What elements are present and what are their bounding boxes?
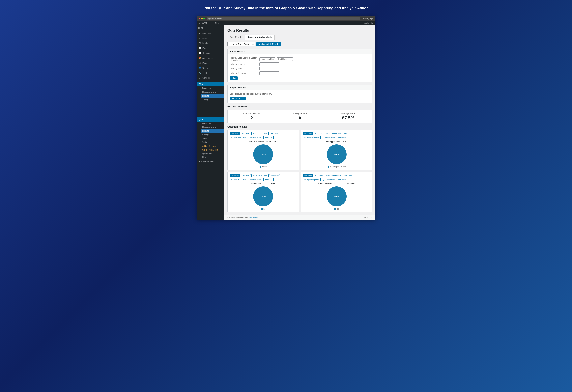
tab-quiz-results[interactable]: Quiz Results <box>227 34 245 40</box>
sidebar-item-qsm2-help[interactable]: Help <box>201 156 224 159</box>
chart-tab-pie-4[interactable]: Pie Chart <box>303 174 313 177</box>
chart-tab-box-1[interactable]: Box Chart <box>269 132 280 135</box>
chart-tab-word-1[interactable]: Word Count Chart <box>252 132 269 135</box>
chart-tab-multi-3[interactable]: Multiple Response <box>230 178 247 181</box>
sidebar-item-settings[interactable]: ⚙ Settings <box>197 76 224 80</box>
sidebar-label-settings: Settings <box>202 77 209 79</box>
quiz-selector-row: Landing Page Demo. Analysis Quiz Results <box>227 42 372 47</box>
chart-tab-score-4[interactable]: Question Score <box>321 178 336 181</box>
footer-wordpress-link[interactable]: WordPress <box>249 217 258 219</box>
chart-tab-individual-4[interactable]: Individual <box>337 178 347 181</box>
sidebar-item-qsm2-addon-settings[interactable]: Addon Settings <box>201 144 224 148</box>
qsm-quizzes-label: Quizzes/Surveys <box>202 91 217 93</box>
sidebar-item-appearance[interactable]: 🎨 Appearance <box>197 56 224 61</box>
sidebar-label-tools: Tools <box>202 72 207 74</box>
filter-date-end[interactable] <box>277 57 293 61</box>
sidebar-item-pages[interactable]: 📄 Pages <box>197 46 224 51</box>
chart-tab-box-2[interactable]: Box Chart <box>343 132 353 135</box>
sidebar-item-qsm-dashboard[interactable]: Dashboard <box>201 86 224 90</box>
browser-bar: QSM ○ 2 + New Howdy, ujjin <box>197 16 375 21</box>
question-card-3: Pie Chart Bar Chart Word Count Chart Box… <box>227 172 299 212</box>
legend-dot-4 <box>334 208 336 210</box>
sidebar-item-qsm-quizzes[interactable]: Quizzes/Surveys <box>201 90 224 94</box>
sidebar-item-qsm2-dashboard[interactable]: Dashboard <box>201 122 224 125</box>
chart-tab-pie-2[interactable]: Pie Chart <box>303 132 313 135</box>
chart-tab-word-2[interactable]: Word Count Chart <box>325 132 342 135</box>
sidebar-item-qsm2-results[interactable]: Results <box>201 129 224 133</box>
filter-date-label: Filter by Date (Leave blank for all resu… <box>230 57 258 61</box>
filter-button[interactable]: Filter <box>230 77 238 80</box>
quiz-tabs: Quiz Results Reporting And Analysis <box>227 34 372 40</box>
chart-tab-multi-1[interactable]: Multiple Response <box>230 136 247 139</box>
filter-userid-input[interactable] <box>259 62 279 66</box>
filter-name-input[interactable] <box>259 67 279 70</box>
legend-2: 100 Degree Celsius <box>328 166 346 168</box>
sidebar-item-qsm2-free-addon[interactable]: Get a Free Addon <box>201 148 224 152</box>
pie-chart-4: 100% <box>327 187 347 206</box>
chart-tab-score-2[interactable]: Question Score <box>321 136 336 139</box>
browser-window: QSM ○ 2 + New Howdy, ujjin ⊞ QSM ○ 2 + N… <box>197 16 375 220</box>
sidebar-label-pages: Pages <box>202 47 208 49</box>
chart-tab-bar-1[interactable]: Bar Chart <box>240 132 251 135</box>
sidebar-item-qsm2-about[interactable]: QSM About <box>201 152 224 156</box>
wp-layout: QSM ⊞ Dashboard ✎ Posts 🖼 Media 📄 Pages … <box>197 25 375 220</box>
chart-tab-box-4[interactable]: Box Chart <box>343 174 353 177</box>
question-title-3: January has ________ days. <box>230 183 297 185</box>
qsm-dashboard-label: Dashboard <box>202 87 212 89</box>
stat-total-submissions-label: Total Submissions <box>230 112 273 115</box>
legend-label-2: 100 Degree Celsius <box>330 166 346 168</box>
sidebar-item-tools[interactable]: 🔧 Tools <box>197 70 224 76</box>
sidebar-item-plugins[interactable]: 🔌 Plugins <box>197 61 224 65</box>
legend-label-1: Moon <box>262 166 267 168</box>
chart-tab-box-3[interactable]: Box Chart <box>269 174 280 177</box>
chart-tab-word-3[interactable]: Word Count Chart <box>252 174 269 177</box>
stat-total-submissions-value: 2 <box>230 115 273 121</box>
sidebar-item-qsm-settings[interactable]: Settings <box>201 98 224 101</box>
close-dot <box>199 18 200 19</box>
export-results-body: Export results for quiz using current fi… <box>228 90 372 103</box>
sidebar-item-posts[interactable]: ✎ Posts <box>197 36 224 41</box>
chart-tab-individual-3[interactable]: Individual <box>263 178 274 181</box>
chart-tab-score-1[interactable]: Question Score <box>248 136 263 139</box>
chart-tab-bar-2[interactable]: Bar Chart <box>314 132 325 135</box>
sidebar-item-media[interactable]: 🖼 Media <box>197 41 224 46</box>
sidebar-collapse[interactable]: ◀ Collapse menu <box>197 159 224 164</box>
quiz-select[interactable]: Landing Page Demo. <box>227 42 255 47</box>
pie-chart-container-2: 100% 100 Degree Celsius <box>303 144 370 168</box>
export-csv-button[interactable]: Export As CSV <box>230 97 246 100</box>
stat-average-score-label: Average Score <box>327 112 370 115</box>
sidebar-item-comments[interactable]: 💬 Comments <box>197 51 224 56</box>
footer-left: Thank you for creating with WordPress. <box>227 217 258 219</box>
chart-tab-individual-2[interactable]: Individual <box>337 136 347 139</box>
expand-dot <box>203 18 205 19</box>
sidebar-item-qsm-results[interactable]: Results <box>201 94 224 98</box>
filter-row-name: Filter by Name: <box>230 67 370 70</box>
chart-tab-word-4[interactable]: Word Count Chart <box>325 174 342 177</box>
chart-tab-individual-1[interactable]: Individual <box>263 136 274 139</box>
tab-reporting-analysis[interactable]: Reporting And Analysis <box>245 34 275 40</box>
pie-chart-1: 100% <box>253 144 273 164</box>
filter-business-label: Filter by Business: <box>230 72 258 74</box>
legend-dot-1 <box>260 166 261 168</box>
chart-tab-pie-1[interactable]: Pie Chart <box>230 132 240 135</box>
sidebar-item-qsm2-stats[interactable]: Stats <box>201 141 224 144</box>
chart-tab-score-3[interactable]: Question Score <box>248 178 263 181</box>
chart-tab-bar-3[interactable]: Bar Chart <box>240 174 251 177</box>
legend-label-3: 31 <box>263 208 265 210</box>
chart-tab-multi-2[interactable]: Multiple Response <box>303 136 320 139</box>
sidebar-item-qsm2-quizzes[interactable]: Quizzes/Surveys <box>201 125 224 129</box>
qsm-settings-label: Settings <box>202 98 209 101</box>
sidebar-item-qsm2-settings[interactable]: Settings <box>201 133 224 137</box>
pie-chart-container-1: 100% Moon <box>230 144 297 168</box>
sidebar-item-users[interactable]: 👤 Users <box>197 65 224 70</box>
chart-tab-pie-3[interactable]: Pie Chart <box>230 174 240 177</box>
filter-date-start[interactable] <box>259 57 275 61</box>
sidebar-item-qsm2-tools[interactable]: Tools <box>201 137 224 141</box>
chart-tab-multi-4[interactable]: Multiple Response <box>303 178 320 181</box>
filter-row-userid: Filter by User ID: <box>230 62 370 66</box>
admin-bar-qsm: QSM <box>202 22 207 24</box>
chart-tab-bar-4[interactable]: Bar Chart <box>314 174 325 177</box>
filter-business-input[interactable] <box>259 72 279 75</box>
analysis-quiz-results-button[interactable]: Analysis Quiz Results <box>256 42 281 46</box>
sidebar-item-dashboard[interactable]: ⊞ Dashboard <box>197 31 224 36</box>
